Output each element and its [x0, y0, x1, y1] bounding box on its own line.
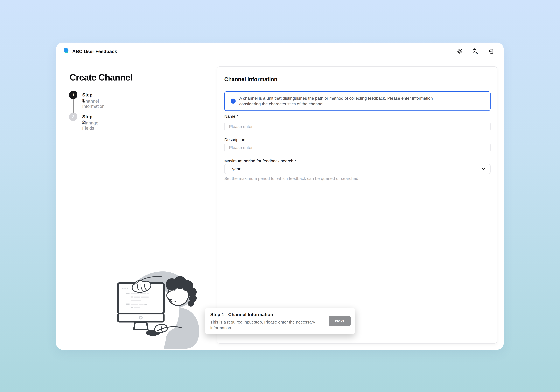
- name-input[interactable]: [224, 122, 490, 131]
- step-2-circle[interactable]: 2: [69, 112, 77, 121]
- next-button[interactable]: Next: [329, 316, 351, 326]
- period-select-value: 1 year: [229, 167, 481, 171]
- step-1-circle[interactable]: 1: [69, 91, 77, 99]
- info-message: A channel is a unit that distinguishes t…: [239, 95, 453, 107]
- chevron-down-icon: [481, 166, 486, 171]
- period-helper-text: Set the maximum period for which feedbac…: [224, 176, 360, 181]
- theme-toggle-icon[interactable]: [456, 47, 464, 55]
- description-input[interactable]: [224, 143, 490, 152]
- panel-title: Channel Information: [224, 76, 277, 82]
- period-label: Maximum period for feedback search *: [224, 159, 296, 163]
- svg-text:A: A: [476, 51, 478, 54]
- info-icon: i: [230, 99, 236, 104]
- app-title: ABC User Feedback: [72, 49, 117, 54]
- step-tooltip: Step 1 - Channel Information This is a r…: [205, 308, 355, 334]
- page-title: Create Channel: [70, 72, 132, 83]
- page-background: { "app": { "title": "ABC User Feedback" …: [0, 0, 560, 392]
- tooltip-body: This is a required input step. Please en…: [210, 319, 324, 331]
- name-label: Name *: [224, 114, 238, 119]
- language-icon[interactable]: A: [472, 47, 480, 55]
- channel-information-panel: Channel Information i A channel is a uni…: [217, 66, 497, 343]
- period-select[interactable]: 1 year: [224, 164, 490, 174]
- person-at-computer-illustration: [115, 270, 206, 350]
- step-connector: [73, 99, 73, 112]
- info-callout: i A channel is a unit that distinguishes…: [224, 91, 490, 111]
- step-2-sublabel: Manage Fields: [82, 121, 99, 131]
- description-label: Description: [224, 137, 245, 142]
- sign-out-icon[interactable]: [487, 47, 495, 55]
- app-logo-icon: [63, 48, 70, 54]
- step-1-sublabel: Channel Information: [82, 99, 105, 109]
